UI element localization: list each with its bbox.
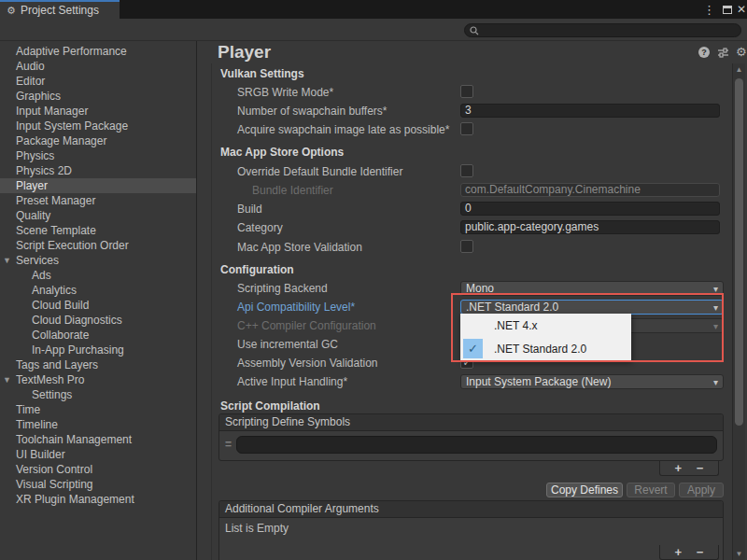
api-compatibility-dropdown[interactable]: .NET Standard 2.0 ▾ <box>460 300 724 315</box>
scroll-down-icon[interactable]: ▼ <box>733 550 745 558</box>
project-settings-window: ⚙ Project Settings ⋮ ✕ Adaptive Performa… <box>0 0 747 560</box>
preset-icon[interactable] <box>717 47 729 59</box>
sidebar-item-player[interactable]: Player <box>0 178 196 193</box>
sidebar-item-physics-2d[interactable]: Physics 2D <box>0 163 196 178</box>
foldout-open-icon[interactable]: ▼ <box>3 372 11 387</box>
sidebar-item-cloud-build[interactable]: Cloud Build <box>0 298 196 313</box>
sidebar-item-analytics[interactable]: Analytics <box>0 283 196 298</box>
build-label: Build <box>237 202 262 217</box>
override-bundle-label: Override Default Bundle Identifier <box>237 164 402 179</box>
incremental-gc-label: Use incremental GC <box>237 337 338 352</box>
sidebar-item-quality[interactable]: Quality <box>0 208 196 223</box>
sidebar-item-time[interactable]: Time <box>0 402 196 417</box>
srgb-write-mode-label: SRGB Write Mode* <box>237 85 333 100</box>
active-input-label: Active Input Handling* <box>237 374 347 389</box>
maximize-icon[interactable] <box>723 0 732 19</box>
override-bundle-checkbox[interactable] <box>460 164 473 177</box>
dropdown-value: .NET Standard 2.0 <box>466 301 558 314</box>
sidebar-item-preset-manager[interactable]: Preset Manager <box>0 193 196 208</box>
api-compatibility-popup: .NET 4.x ✓ .NET Standard 2.0 <box>460 314 631 361</box>
sidebar-item-audio[interactable]: Audio <box>0 59 196 74</box>
sidebar-item-scene-template[interactable]: Scene Template <box>0 223 196 238</box>
sidebar-item-tags-and-layers[interactable]: Tags and Layers <box>0 357 196 372</box>
toolbar <box>0 19 747 41</box>
compiler-args-list-footer: + − <box>659 545 719 560</box>
sidebar-item-ui-builder[interactable]: UI Builder <box>0 447 196 462</box>
settings-category-list: Adaptive Performance Audio Editor Graphi… <box>0 41 197 560</box>
tab-project-settings[interactable]: ⚙ Project Settings <box>0 0 120 19</box>
window-menu-icon[interactable]: ⋮ <box>703 0 715 19</box>
chevron-down-icon: ▾ <box>713 301 718 315</box>
scripting-backend-dropdown[interactable]: Mono ▾ <box>460 281 724 296</box>
sidebar-item-version-control[interactable]: Version Control <box>0 462 196 477</box>
close-icon[interactable]: ✕ <box>737 0 746 19</box>
define-symbol-input[interactable] <box>236 436 717 454</box>
gear-icon: ⚙ <box>7 2 16 19</box>
add-button[interactable]: + <box>675 462 683 475</box>
check-icon: ✓ <box>463 339 483 358</box>
section-configuration: Configuration <box>220 262 294 277</box>
sidebar-item-tmp-settings[interactable]: Settings <box>0 387 196 402</box>
maximize-glyph <box>723 6 732 14</box>
scripting-define-symbols-box: Scripting Define Symbols = <box>218 413 724 461</box>
remove-button[interactable]: − <box>697 462 704 475</box>
cpp-compiler-label: C++ Compiler Configuration <box>237 318 376 333</box>
sidebar-item-label: Services <box>16 254 59 267</box>
mac-validation-checkbox[interactable] <box>460 240 473 253</box>
sidebar-item-physics[interactable]: Physics <box>0 148 196 163</box>
active-input-dropdown[interactable]: Input System Package (New) ▾ <box>460 374 724 389</box>
category-field[interactable]: public.app-category.games <box>460 220 720 234</box>
option-label: .NET Standard 2.0 <box>494 343 586 356</box>
category-label: Category <box>237 220 283 235</box>
gear-icon[interactable]: ⚙ <box>736 45 747 59</box>
swapchain-buffers-field[interactable]: 3 <box>460 104 720 118</box>
content-divider <box>211 63 212 560</box>
scroll-up-icon[interactable]: ▲ <box>733 65 745 74</box>
scrollbar-thumb[interactable] <box>735 78 743 426</box>
popup-option-net4x[interactable]: .NET 4.x <box>460 314 631 337</box>
additional-compiler-arguments-box: Additional Compiler Arguments List is Em… <box>218 500 724 560</box>
player-settings-panel: Player ? ⚙ Vulkan Settings SRGB Write Mo… <box>198 41 747 560</box>
sidebar-item-cloud-diagnostics[interactable]: Cloud Diagnostics <box>0 313 196 328</box>
acquire-swapchain-label: Acquire swapchain image late as possible… <box>237 122 449 137</box>
sidebar-item-ads[interactable]: Ads <box>0 268 196 283</box>
define-symbols-list-footer: + − <box>659 461 719 476</box>
vertical-scrollbar[interactable]: ▲ ▼ <box>732 63 745 560</box>
sidebar-item-input-system-package[interactable]: Input System Package <box>0 119 196 133</box>
copy-defines-button[interactable]: Copy Defines <box>546 483 623 497</box>
page-title: Player <box>218 42 271 63</box>
sidebar-item-visual-scripting[interactable]: Visual Scripting <box>0 477 196 492</box>
section-mac-app-store: Mac App Store Options <box>220 145 344 160</box>
chevron-down-icon: ▾ <box>713 376 718 389</box>
sidebar-item-package-manager[interactable]: Package Manager <box>0 133 196 148</box>
section-vulkan-settings: Vulkan Settings <box>220 66 304 81</box>
sidebar-item-in-app-purchasing[interactable]: In-App Purchasing <box>0 343 196 357</box>
remove-button[interactable]: − <box>697 546 704 559</box>
sidebar-item-adaptive-performance[interactable]: Adaptive Performance <box>0 44 196 59</box>
bundle-identifier-label: Bundle Identifier <box>252 183 333 198</box>
build-field[interactable]: 0 <box>460 202 720 216</box>
sidebar-item-script-execution-order[interactable]: Script Execution Order <box>0 238 196 253</box>
sidebar-item-input-manager[interactable]: Input Manager <box>0 104 196 119</box>
dropdown-value: Input System Package (New) <box>466 375 611 388</box>
sidebar-item-xr-plugin-management[interactable]: XR Plugin Management <box>0 492 196 507</box>
add-button[interactable]: + <box>675 546 683 559</box>
option-label: .NET 4.x <box>494 319 537 332</box>
chevron-down-icon: ▾ <box>713 320 718 333</box>
srgb-write-mode-checkbox[interactable] <box>460 85 473 98</box>
mac-validation-label: Mac App Store Validation <box>237 240 362 255</box>
sidebar-item-timeline[interactable]: Timeline <box>0 417 196 432</box>
drag-handle-icon[interactable]: = <box>225 436 232 454</box>
additional-compiler-arguments-header: Additional Compiler Arguments <box>219 501 723 518</box>
sidebar-item-collaborate[interactable]: Collaborate <box>0 328 196 343</box>
sidebar-item-graphics[interactable]: Graphics <box>0 89 196 104</box>
search-input[interactable] <box>464 23 741 37</box>
help-icon[interactable]: ? <box>698 47 710 58</box>
sidebar-item-toolchain-management[interactable]: Toolchain Management <box>0 432 196 447</box>
sidebar-item-textmesh-pro[interactable]: ▼ TextMesh Pro <box>0 372 196 387</box>
sidebar-item-editor[interactable]: Editor <box>0 74 196 89</box>
acquire-swapchain-checkbox[interactable] <box>460 122 473 135</box>
sidebar-item-services[interactable]: ▼ Services <box>0 253 196 268</box>
foldout-open-icon[interactable]: ▼ <box>3 253 11 268</box>
popup-option-net-standard[interactable]: ✓ .NET Standard 2.0 <box>460 337 631 360</box>
